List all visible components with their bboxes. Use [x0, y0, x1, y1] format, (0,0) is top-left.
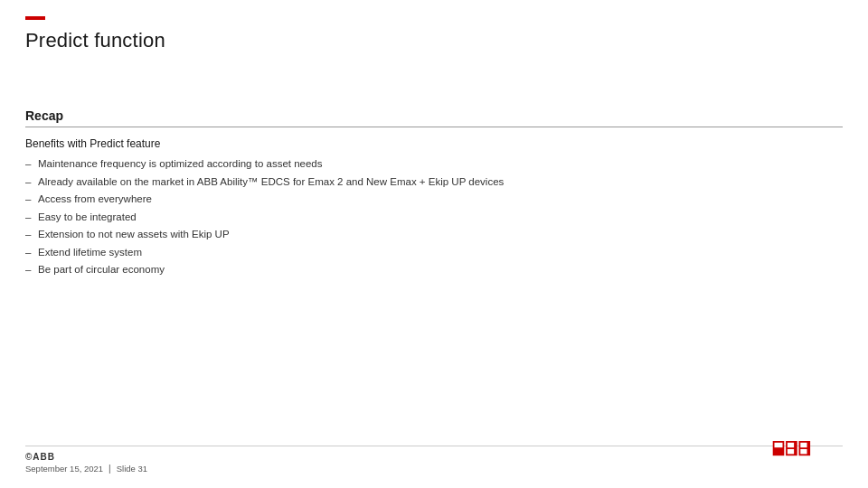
footer-copyright: ©ABB: [25, 452, 147, 462]
accent-bar: [25, 16, 45, 20]
svg-rect-1: [775, 443, 783, 447]
slide-page: Predict function Recap Benefits with Pre…: [0, 0, 868, 488]
footer-line: [25, 446, 843, 446]
bullet-list: Maintenance frequency is optimized accor…: [25, 155, 843, 279]
list-item: Extend lifetime system: [25, 244, 843, 262]
svg-rect-4: [788, 449, 794, 454]
footer-divider-char: |: [108, 464, 111, 474]
recap-divider: [25, 127, 843, 127]
footer-info: September 15, 2021 | Slide 31: [25, 464, 147, 474]
footer-left: ©ABB September 15, 2021 | Slide 31: [25, 452, 147, 474]
abb-logo-svg: [772, 441, 817, 457]
list-item: Already available on the market in ABB A…: [25, 174, 843, 192]
content-area: Benefits with Predict feature Maintenanc…: [25, 137, 843, 279]
svg-rect-6: [800, 443, 807, 447]
list-item: Extension to not new assets with Ekip UP: [25, 226, 843, 244]
section-title: Benefits with Predict feature: [25, 137, 843, 150]
list-item: Maintenance frequency is optimized accor…: [25, 155, 843, 174]
recap-label: Recap: [25, 108, 63, 123]
list-item: Be part of circular economy: [25, 261, 843, 279]
footer: ©ABB September 15, 2021 | Slide 31: [25, 452, 843, 474]
list-item: Access from everywhere: [25, 191, 843, 209]
abb-logo: [772, 441, 817, 457]
svg-rect-3: [788, 443, 794, 447]
main-title: Predict function: [25, 29, 165, 52]
footer-slide: Slide 31: [117, 464, 147, 474]
footer-date: September 15, 2021: [25, 464, 103, 474]
list-item: Easy to be integrated: [25, 209, 843, 227]
svg-rect-7: [800, 449, 807, 454]
